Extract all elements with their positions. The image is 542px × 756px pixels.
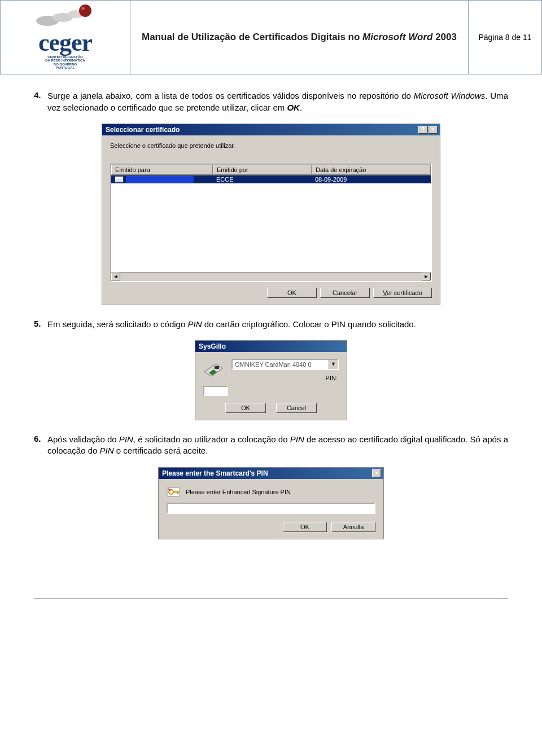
- logo-graphic: [32, 4, 99, 32]
- ok-button[interactable]: OK: [267, 288, 317, 298]
- ok-button[interactable]: OK: [283, 522, 327, 532]
- dialog-title-text: Please enter the Smartcard's PIN: [162, 469, 268, 477]
- sysgillo-dialog: SysGillo ▼ PIN:: [195, 340, 347, 420]
- smartcard-pin-dialog: Please enter the Smartcard's PIN × Pleas…: [158, 467, 384, 539]
- reader-dropdown[interactable]: ▼: [231, 359, 339, 370]
- step-5-number: 5.: [34, 319, 47, 330]
- page-content: 4. Surge a janela abaixo, com a lista de…: [0, 90, 542, 575]
- page-number: Página 8 de 11: [469, 1, 542, 74]
- svg-point-3: [79, 5, 91, 17]
- dropdown-caret-icon[interactable]: ▼: [329, 360, 338, 369]
- key-icon: [167, 486, 181, 498]
- close-button[interactable]: ×: [372, 469, 381, 477]
- step-6-text: Após validação do PIN, é solicitado ao u…: [47, 434, 508, 457]
- logo-text: ceger: [32, 32, 99, 54]
- ok-button[interactable]: OK: [225, 403, 266, 413]
- list-header: Emitido para Emitido por Data de expiraç…: [111, 165, 431, 175]
- certificate-icon: [115, 176, 124, 183]
- horizontal-scrollbar[interactable]: ◄ ►: [111, 272, 431, 281]
- footer-rule: [34, 598, 508, 599]
- help-button[interactable]: ?: [418, 126, 427, 134]
- expiry-cell: 08-09-2009: [312, 175, 431, 183]
- redacted-name: [126, 176, 194, 183]
- col-emitido-por[interactable]: Emitido por: [213, 165, 312, 175]
- step-5-text: Em seguida, será solicitado o código PIN…: [47, 319, 508, 330]
- dialog-titlebar: Seleccionar certificado ? ×: [102, 124, 440, 135]
- pin-prompt-text: Please enter Enhanced Signature PIN: [186, 489, 291, 495]
- col-emitido-para[interactable]: Emitido para: [111, 165, 213, 175]
- dialog-instruction: Seleccione o certificado que pretende ut…: [110, 142, 432, 149]
- dialog-title-text: Seleccionar certificado: [106, 126, 180, 134]
- step-5: 5. Em seguida, será solicitado o código …: [34, 319, 508, 330]
- select-certificate-dialog: Seleccionar certificado ? × Seleccione o…: [102, 124, 440, 305]
- document-title: Manual de Utilização de Certificados Dig…: [130, 1, 469, 74]
- step-4-number: 4.: [34, 90, 47, 113]
- card-reader-icon: [203, 361, 224, 379]
- svg-point-4: [81, 7, 85, 10]
- document-header: ceger CENTRO DE GESTÃO DA REDE INFORMÁTI…: [0, 0, 542, 74]
- dialog-title-text: SysGillo: [199, 342, 226, 350]
- step-4-text: Surge a janela abaixo, com a lista de to…: [47, 90, 508, 113]
- logo-subtitle: CENTRO DE GESTÃO DA REDE INFORMÁTICA DO …: [32, 55, 99, 70]
- certificate-list[interactable]: Emitido para Emitido por Data de expiraç…: [110, 164, 432, 282]
- logo-cell: ceger CENTRO DE GESTÃO DA REDE INFORMÁTI…: [1, 1, 130, 74]
- dialog-titlebar: SysGillo: [195, 341, 347, 352]
- pin-input[interactable]: [203, 386, 228, 396]
- certificate-row[interactable]: ECCE 08-09-2009: [111, 175, 431, 183]
- scroll-left-arrow[interactable]: ◄: [111, 272, 120, 280]
- step-6: 6. Após validação do PIN, é solicitado a…: [34, 434, 508, 457]
- pin-input[interactable]: [167, 503, 375, 514]
- dialog-titlebar: Please enter the Smartcard's PIN ×: [159, 468, 383, 479]
- ceger-logo: ceger CENTRO DE GESTÃO DA REDE INFORMÁTI…: [32, 4, 99, 70]
- step-4: 4. Surge a janela abaixo, com a lista de…: [34, 90, 508, 113]
- reader-field[interactable]: [233, 360, 329, 369]
- svg-rect-7: [215, 366, 219, 369]
- cancel-button[interactable]: Cancelar: [320, 288, 370, 298]
- close-button[interactable]: ×: [429, 126, 438, 134]
- scroll-right-arrow[interactable]: ►: [422, 272, 431, 280]
- pin-label: PIN:: [231, 375, 339, 381]
- step-6-number: 6.: [34, 434, 47, 457]
- svg-rect-11: [177, 491, 178, 494]
- view-certificate-button[interactable]: VVer certificadoer certificado: [373, 288, 432, 298]
- issuer-cell: ECCE: [213, 175, 312, 183]
- cancel-button[interactable]: Annulla: [331, 522, 375, 532]
- col-expiracao[interactable]: Data de expiração: [312, 165, 431, 175]
- cancel-button[interactable]: Cancel: [276, 403, 317, 413]
